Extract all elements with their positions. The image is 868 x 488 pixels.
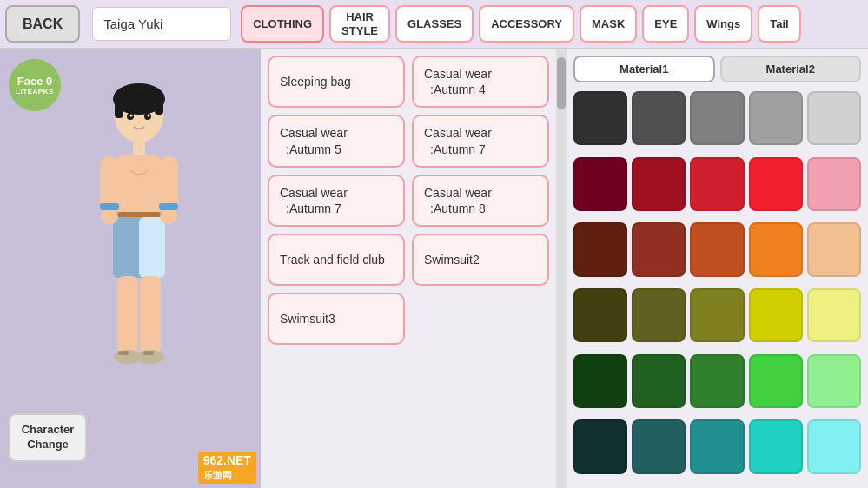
color-swatch-2[interactable] (690, 91, 744, 145)
color-swatch-5[interactable] (573, 157, 627, 211)
color-swatch-13[interactable] (749, 222, 803, 276)
color-swatch-17[interactable] (690, 288, 744, 342)
tab-wings[interactable]: Wings (694, 5, 752, 43)
svg-rect-3 (155, 94, 163, 115)
back-button[interactable]: BACK (5, 5, 80, 43)
clothing-casual-autumn-5[interactable]: Casual wear:Autumn 5 (268, 115, 405, 167)
tab-accessory[interactable]: ACCESSORY (479, 5, 574, 43)
color-grid (573, 91, 861, 481)
color-swatch-21[interactable] (632, 354, 686, 408)
svg-rect-20 (118, 351, 129, 355)
scroll-thumb[interactable] (557, 57, 566, 109)
color-swatch-14[interactable] (807, 222, 861, 276)
svg-point-15 (101, 210, 118, 224)
color-swatch-22[interactable] (690, 354, 744, 408)
tab-tail[interactable]: Tail (758, 5, 800, 43)
clothing-swimsuit2[interactable]: Swimsuit2 (412, 234, 549, 286)
watermark: 962.NET乐游网 (198, 452, 256, 484)
material1-tab[interactable]: Material1 (573, 56, 715, 82)
color-swatch-6[interactable] (632, 157, 686, 211)
tab-eye[interactable]: EYE (642, 5, 689, 43)
svg-rect-14 (159, 203, 178, 210)
clothing-casual-autumn-8[interactable]: Casual wear:Autumn 8 (412, 175, 549, 227)
clothing-track-field[interactable]: Track and field club (268, 234, 405, 286)
svg-rect-17 (117, 276, 138, 354)
color-swatch-11[interactable] (632, 222, 686, 276)
svg-rect-13 (100, 203, 119, 210)
clothing-casual-autumn-7b[interactable]: Casual wear:Autumn 7 (268, 175, 405, 227)
character-name: Taiga Yuki (92, 7, 231, 41)
scroll-bar[interactable] (556, 49, 567, 488)
liteapks-label: LITEAPKS (16, 88, 54, 96)
svg-rect-7 (117, 155, 161, 215)
color-swatch-16[interactable] (632, 288, 686, 342)
main-content: Face 0 LITEAPKS (0, 49, 868, 488)
svg-rect-18 (140, 276, 161, 354)
color-swatch-28[interactable] (749, 419, 803, 473)
character-figure (70, 83, 209, 431)
character-panel: Face 0 LITEAPKS (0, 49, 261, 488)
clothing-list: Sleeping bag Casual wear:Autumn 4 Casual… (261, 49, 556, 488)
color-swatch-12[interactable] (690, 222, 744, 276)
svg-rect-4 (133, 140, 145, 155)
svg-rect-2 (115, 94, 123, 118)
color-swatch-4[interactable] (807, 91, 861, 145)
color-swatch-23[interactable] (749, 354, 803, 408)
color-swatch-20[interactable] (573, 354, 627, 408)
color-swatch-29[interactable] (807, 419, 861, 473)
clothing-casual-autumn-7a[interactable]: Casual wear:Autumn 7 (412, 115, 549, 167)
color-swatch-8[interactable] (749, 157, 803, 211)
svg-rect-22 (143, 351, 154, 355)
svg-rect-10 (139, 217, 165, 278)
color-swatch-3[interactable] (749, 91, 803, 145)
svg-point-26 (148, 115, 150, 117)
color-swatch-0[interactable] (573, 91, 627, 145)
tab-clothing[interactable]: CLOTHING (241, 5, 324, 43)
color-swatch-19[interactable] (807, 288, 861, 342)
color-swatch-1[interactable] (632, 91, 686, 145)
clothing-casual-autumn-4[interactable]: Casual wear:Autumn 4 (412, 56, 549, 108)
material2-tab[interactable]: Material2 (720, 56, 862, 82)
color-swatch-18[interactable] (749, 288, 803, 342)
clothing-sleeping-bag[interactable]: Sleeping bag (268, 56, 405, 108)
color-panel: Material1 Material2 (567, 49, 868, 488)
color-swatch-25[interactable] (573, 419, 627, 473)
tab-hairstyle[interactable]: HAIRSTYLE (329, 5, 390, 43)
svg-point-25 (130, 115, 133, 117)
svg-point-16 (160, 210, 177, 224)
clothing-swimsuit3[interactable]: Swimsuit3 (268, 293, 405, 345)
face-label: Face 0 (17, 75, 52, 88)
face-badge: Face 0 LITEAPKS (9, 59, 61, 111)
material-tabs: Material1 Material2 (573, 56, 861, 82)
color-swatch-15[interactable] (573, 288, 627, 342)
color-swatch-24[interactable] (807, 354, 861, 408)
color-swatch-9[interactable] (807, 157, 861, 211)
color-swatch-27[interactable] (690, 419, 744, 473)
tab-glasses[interactable]: GLASSES (395, 5, 474, 43)
character-change-button[interactable]: CharacterChange (9, 413, 87, 462)
color-swatch-7[interactable] (690, 157, 744, 211)
top-bar: BACK Taiga Yuki CLOTHING HAIRSTYLE GLASS… (0, 0, 868, 49)
color-swatch-26[interactable] (632, 419, 686, 473)
tab-mask[interactable]: MASK (580, 5, 637, 43)
color-swatch-10[interactable] (573, 222, 627, 276)
char-change-label: CharacterChange (22, 423, 75, 452)
